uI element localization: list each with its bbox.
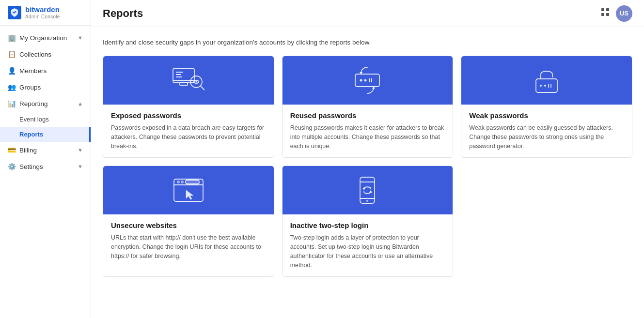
sidebar: bitwarden Admin Console 🏢 My Organizatio… <box>0 0 91 318</box>
user-avatar[interactable]: US <box>616 5 632 22</box>
sidebar-item-settings-label: Settings <box>19 163 43 170</box>
inactive-two-step-desc: Two-step login adds a layer of protectio… <box>290 233 445 270</box>
inactive-two-step-image <box>283 166 453 214</box>
svg-point-30 <box>177 181 179 183</box>
sidebar-navigation: 🏢 My Organization ▼ 📋 Collections 👤 Memb… <box>0 26 91 318</box>
svg-point-31 <box>181 181 183 183</box>
sidebar-item-members-label: Members <box>19 67 47 75</box>
sidebar-item-billing[interactable]: 💳 Billing ▼ <box>0 142 91 158</box>
sidebar-item-reports-label: Reports <box>19 131 43 138</box>
topbar: Reports US <box>91 0 644 27</box>
content-description: Identify and close security gaps in your… <box>103 39 632 46</box>
svg-point-15 <box>195 81 197 83</box>
unsecure-websites-desc: URLs that start with http:// don't use t… <box>111 233 266 260</box>
inactive-two-step-card[interactable]: Inactive two-step login Two-step login a… <box>282 166 454 277</box>
svg-marker-37 <box>362 188 365 190</box>
reused-passwords-body: Reused passwords Reusing passwords makes… <box>283 105 453 157</box>
svg-rect-2 <box>606 8 609 11</box>
sidebar-item-collections-label: Collections <box>19 51 51 58</box>
unsecure-websites-card[interactable]: Unsecure websites URLs that start with h… <box>103 166 274 277</box>
groups-icon: 👥 <box>8 83 16 91</box>
reused-passwords-card[interactable]: Reused passwords Reusing passwords makes… <box>282 56 454 158</box>
logo-brand-name: bitwarden <box>25 6 60 14</box>
svg-rect-1 <box>601 8 604 11</box>
svg-rect-16 <box>355 74 379 87</box>
svg-point-24 <box>540 85 542 87</box>
sidebar-item-groups[interactable]: 👥 Groups <box>0 79 91 95</box>
organization-icon: 🏢 <box>8 34 16 42</box>
exposed-passwords-card[interactable]: Exposed passwords Passwords exposed in a… <box>103 56 274 158</box>
sidebar-item-collections[interactable]: 📋 Collections <box>0 46 91 62</box>
svg-marker-38 <box>369 190 372 193</box>
svg-line-13 <box>201 86 204 90</box>
report-cards-grid: Exposed passwords Passwords exposed in a… <box>103 56 632 277</box>
svg-rect-8 <box>180 83 188 85</box>
svg-point-17 <box>360 79 362 82</box>
svg-rect-32 <box>186 180 199 184</box>
logo-text: bitwarden Admin Console <box>25 6 60 19</box>
reused-passwords-desc: Reusing passwords makes it easier for at… <box>290 123 445 151</box>
inactive-two-step-title: Inactive two-step login <box>290 221 445 229</box>
unsecure-websites-title: Unsecure websites <box>111 221 266 229</box>
sidebar-item-reports[interactable]: Reports <box>0 127 91 142</box>
weak-passwords-image <box>461 56 632 105</box>
reports-content: Identify and close security gaps in your… <box>91 27 644 318</box>
unsecure-websites-image <box>103 166 274 214</box>
sidebar-item-org-label: My Organization <box>19 34 67 42</box>
grid-apps-icon[interactable] <box>600 7 610 19</box>
page-title: Reports <box>103 7 143 20</box>
reporting-icon: 📊 <box>8 100 16 107</box>
sidebar-item-billing-label: Billing <box>19 147 37 154</box>
inactive-two-step-body: Inactive two-step login Two-step login a… <box>283 214 453 276</box>
sidebar-item-reporting-label: Reporting <box>19 100 48 107</box>
svg-rect-33 <box>360 177 375 203</box>
sidebar-item-members[interactable]: 👤 Members <box>0 62 91 79</box>
sidebar-item-settings[interactable]: ⚙️ Settings ▼ <box>0 158 91 175</box>
unsecure-websites-body: Unsecure websites URLs that start with h… <box>103 214 274 267</box>
bitwarden-logo-icon <box>8 6 21 19</box>
sidebar-item-event-logs[interactable]: Event logs <box>0 112 91 127</box>
exposed-passwords-body: Exposed passwords Passwords exposed in a… <box>103 105 274 157</box>
weak-passwords-desc: Weak passwords can be easily guessed by … <box>469 123 624 151</box>
sidebar-item-event-logs-label: Event logs <box>19 116 49 123</box>
svg-point-25 <box>544 85 546 87</box>
weak-passwords-title: Weak passwords <box>469 111 624 120</box>
svg-rect-4 <box>606 13 609 16</box>
logo-subtitle: Admin Console <box>25 14 60 19</box>
logo-area: bitwarden Admin Console <box>0 0 91 26</box>
topbar-actions: US <box>600 5 632 22</box>
exposed-passwords-image <box>103 56 274 105</box>
chevron-down-icon-billing: ▼ <box>78 147 83 153</box>
svg-rect-23 <box>536 79 557 92</box>
members-icon: 👤 <box>8 67 16 75</box>
billing-icon: 💳 <box>8 146 16 154</box>
chevron-up-icon: ▲ <box>78 101 83 106</box>
sidebar-item-reporting[interactable]: 📊 Reporting ▲ <box>0 95 91 112</box>
chevron-down-icon-settings: ▼ <box>78 164 83 169</box>
exposed-passwords-desc: Passwords exposed in a data breach are e… <box>111 123 266 151</box>
reused-passwords-image <box>283 56 453 105</box>
collections-icon: 📋 <box>8 50 16 58</box>
settings-icon: ⚙️ <box>8 163 16 170</box>
exposed-passwords-title: Exposed passwords <box>111 111 266 120</box>
sidebar-item-groups-label: Groups <box>19 84 41 91</box>
svg-rect-3 <box>601 13 604 16</box>
weak-passwords-body: Weak passwords Weak passwords can be eas… <box>461 105 632 157</box>
svg-point-18 <box>364 79 367 82</box>
chevron-down-icon: ▼ <box>78 35 83 41</box>
svg-point-36 <box>366 200 368 202</box>
weak-passwords-card[interactable]: Weak passwords Weak passwords can be eas… <box>461 56 632 158</box>
main-content: Reports US Identify and close security g… <box>91 0 644 318</box>
reused-passwords-title: Reused passwords <box>290 111 445 120</box>
sidebar-item-my-organization[interactable]: 🏢 My Organization ▼ <box>0 30 91 46</box>
